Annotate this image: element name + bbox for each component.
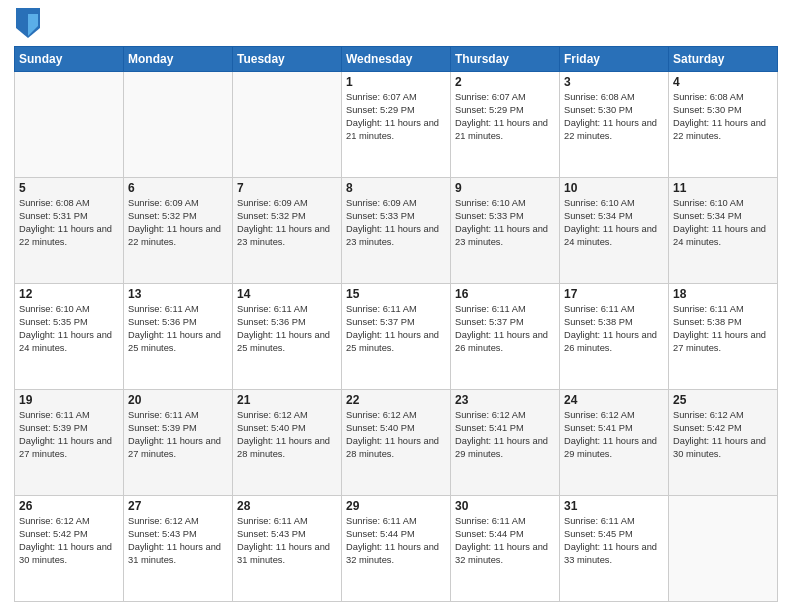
day-info: Sunrise: 6:10 AMSunset: 5:33 PMDaylight:… (455, 197, 555, 249)
day-number: 4 (673, 75, 773, 89)
day-info: Sunrise: 6:11 AMSunset: 5:36 PMDaylight:… (128, 303, 228, 355)
day-info: Sunrise: 6:11 AMSunset: 5:43 PMDaylight:… (237, 515, 337, 567)
day-number: 22 (346, 393, 446, 407)
day-number: 23 (455, 393, 555, 407)
day-info: Sunrise: 6:08 AMSunset: 5:30 PMDaylight:… (564, 91, 664, 143)
day-number: 16 (455, 287, 555, 301)
calendar-cell: 5Sunrise: 6:08 AMSunset: 5:31 PMDaylight… (15, 178, 124, 284)
day-number: 27 (128, 499, 228, 513)
calendar-cell (15, 72, 124, 178)
day-info: Sunrise: 6:11 AMSunset: 5:37 PMDaylight:… (455, 303, 555, 355)
day-number: 26 (19, 499, 119, 513)
weekday-header-sunday: Sunday (15, 47, 124, 72)
weekday-header-row: SundayMondayTuesdayWednesdayThursdayFrid… (15, 47, 778, 72)
day-number: 17 (564, 287, 664, 301)
calendar-cell: 27Sunrise: 6:12 AMSunset: 5:43 PMDayligh… (124, 496, 233, 602)
calendar-cell: 9Sunrise: 6:10 AMSunset: 5:33 PMDaylight… (451, 178, 560, 284)
weekday-header-saturday: Saturday (669, 47, 778, 72)
day-number: 12 (19, 287, 119, 301)
day-info: Sunrise: 6:11 AMSunset: 5:37 PMDaylight:… (346, 303, 446, 355)
day-info: Sunrise: 6:12 AMSunset: 5:40 PMDaylight:… (346, 409, 446, 461)
day-info: Sunrise: 6:09 AMSunset: 5:32 PMDaylight:… (237, 197, 337, 249)
day-info: Sunrise: 6:12 AMSunset: 5:42 PMDaylight:… (19, 515, 119, 567)
calendar-cell: 4Sunrise: 6:08 AMSunset: 5:30 PMDaylight… (669, 72, 778, 178)
calendar-cell: 15Sunrise: 6:11 AMSunset: 5:37 PMDayligh… (342, 284, 451, 390)
calendar-cell: 28Sunrise: 6:11 AMSunset: 5:43 PMDayligh… (233, 496, 342, 602)
weekday-header-tuesday: Tuesday (233, 47, 342, 72)
week-row-3: 12Sunrise: 6:10 AMSunset: 5:35 PMDayligh… (15, 284, 778, 390)
day-number: 9 (455, 181, 555, 195)
page: SundayMondayTuesdayWednesdayThursdayFrid… (0, 0, 792, 612)
day-number: 3 (564, 75, 664, 89)
day-info: Sunrise: 6:11 AMSunset: 5:36 PMDaylight:… (237, 303, 337, 355)
day-number: 11 (673, 181, 773, 195)
day-number: 29 (346, 499, 446, 513)
day-number: 13 (128, 287, 228, 301)
week-row-5: 26Sunrise: 6:12 AMSunset: 5:42 PMDayligh… (15, 496, 778, 602)
calendar-cell: 2Sunrise: 6:07 AMSunset: 5:29 PMDaylight… (451, 72, 560, 178)
calendar-cell (233, 72, 342, 178)
day-number: 20 (128, 393, 228, 407)
calendar-cell: 14Sunrise: 6:11 AMSunset: 5:36 PMDayligh… (233, 284, 342, 390)
calendar-cell: 8Sunrise: 6:09 AMSunset: 5:33 PMDaylight… (342, 178, 451, 284)
calendar-cell: 20Sunrise: 6:11 AMSunset: 5:39 PMDayligh… (124, 390, 233, 496)
day-info: Sunrise: 6:12 AMSunset: 5:41 PMDaylight:… (564, 409, 664, 461)
day-number: 18 (673, 287, 773, 301)
day-number: 7 (237, 181, 337, 195)
day-number: 15 (346, 287, 446, 301)
week-row-2: 5Sunrise: 6:08 AMSunset: 5:31 PMDaylight… (15, 178, 778, 284)
calendar-cell: 31Sunrise: 6:11 AMSunset: 5:45 PMDayligh… (560, 496, 669, 602)
calendar-cell: 18Sunrise: 6:11 AMSunset: 5:38 PMDayligh… (669, 284, 778, 390)
day-number: 25 (673, 393, 773, 407)
calendar-cell (669, 496, 778, 602)
calendar-cell: 1Sunrise: 6:07 AMSunset: 5:29 PMDaylight… (342, 72, 451, 178)
calendar-cell: 26Sunrise: 6:12 AMSunset: 5:42 PMDayligh… (15, 496, 124, 602)
logo (14, 10, 40, 38)
day-number: 19 (19, 393, 119, 407)
day-number: 2 (455, 75, 555, 89)
day-number: 8 (346, 181, 446, 195)
day-info: Sunrise: 6:08 AMSunset: 5:30 PMDaylight:… (673, 91, 773, 143)
calendar-cell: 22Sunrise: 6:12 AMSunset: 5:40 PMDayligh… (342, 390, 451, 496)
calendar-cell: 3Sunrise: 6:08 AMSunset: 5:30 PMDaylight… (560, 72, 669, 178)
calendar-cell: 11Sunrise: 6:10 AMSunset: 5:34 PMDayligh… (669, 178, 778, 284)
day-info: Sunrise: 6:10 AMSunset: 5:35 PMDaylight:… (19, 303, 119, 355)
header (14, 10, 778, 38)
calendar-cell: 7Sunrise: 6:09 AMSunset: 5:32 PMDaylight… (233, 178, 342, 284)
calendar-cell: 12Sunrise: 6:10 AMSunset: 5:35 PMDayligh… (15, 284, 124, 390)
day-info: Sunrise: 6:12 AMSunset: 5:41 PMDaylight:… (455, 409, 555, 461)
day-info: Sunrise: 6:07 AMSunset: 5:29 PMDaylight:… (455, 91, 555, 143)
day-number: 5 (19, 181, 119, 195)
day-number: 21 (237, 393, 337, 407)
calendar-cell: 17Sunrise: 6:11 AMSunset: 5:38 PMDayligh… (560, 284, 669, 390)
weekday-header-wednesday: Wednesday (342, 47, 451, 72)
day-info: Sunrise: 6:11 AMSunset: 5:45 PMDaylight:… (564, 515, 664, 567)
weekday-header-monday: Monday (124, 47, 233, 72)
day-info: Sunrise: 6:11 AMSunset: 5:44 PMDaylight:… (346, 515, 446, 567)
day-number: 30 (455, 499, 555, 513)
week-row-4: 19Sunrise: 6:11 AMSunset: 5:39 PMDayligh… (15, 390, 778, 496)
day-info: Sunrise: 6:10 AMSunset: 5:34 PMDaylight:… (673, 197, 773, 249)
day-info: Sunrise: 6:09 AMSunset: 5:32 PMDaylight:… (128, 197, 228, 249)
weekday-header-friday: Friday (560, 47, 669, 72)
day-number: 14 (237, 287, 337, 301)
day-number: 10 (564, 181, 664, 195)
day-number: 31 (564, 499, 664, 513)
day-info: Sunrise: 6:11 AMSunset: 5:38 PMDaylight:… (564, 303, 664, 355)
calendar-cell: 25Sunrise: 6:12 AMSunset: 5:42 PMDayligh… (669, 390, 778, 496)
calendar-cell: 21Sunrise: 6:12 AMSunset: 5:40 PMDayligh… (233, 390, 342, 496)
calendar-cell: 19Sunrise: 6:11 AMSunset: 5:39 PMDayligh… (15, 390, 124, 496)
day-info: Sunrise: 6:07 AMSunset: 5:29 PMDaylight:… (346, 91, 446, 143)
day-number: 1 (346, 75, 446, 89)
day-info: Sunrise: 6:10 AMSunset: 5:34 PMDaylight:… (564, 197, 664, 249)
week-row-1: 1Sunrise: 6:07 AMSunset: 5:29 PMDaylight… (15, 72, 778, 178)
calendar-cell: 24Sunrise: 6:12 AMSunset: 5:41 PMDayligh… (560, 390, 669, 496)
calendar-cell: 6Sunrise: 6:09 AMSunset: 5:32 PMDaylight… (124, 178, 233, 284)
day-info: Sunrise: 6:11 AMSunset: 5:38 PMDaylight:… (673, 303, 773, 355)
day-info: Sunrise: 6:12 AMSunset: 5:42 PMDaylight:… (673, 409, 773, 461)
calendar-cell (124, 72, 233, 178)
calendar: SundayMondayTuesdayWednesdayThursdayFrid… (14, 46, 778, 602)
calendar-cell: 23Sunrise: 6:12 AMSunset: 5:41 PMDayligh… (451, 390, 560, 496)
day-info: Sunrise: 6:11 AMSunset: 5:39 PMDaylight:… (128, 409, 228, 461)
logo-icon (16, 8, 40, 38)
